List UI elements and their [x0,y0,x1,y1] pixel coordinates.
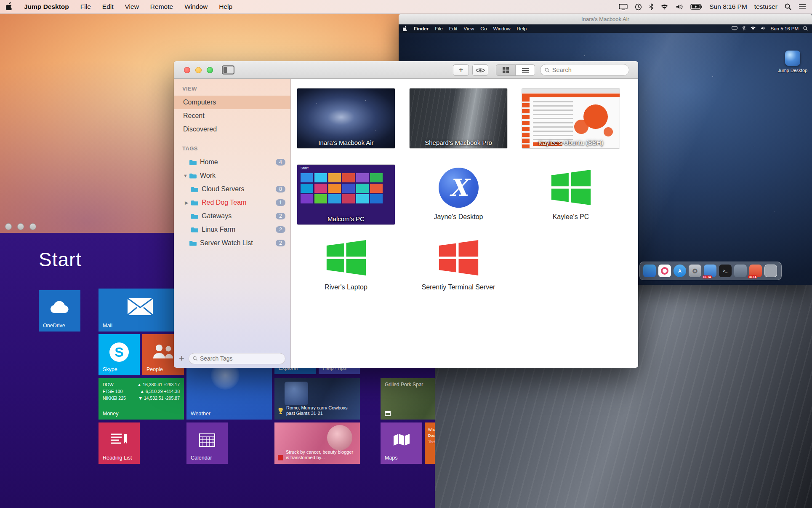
menubar-user[interactable]: testuser [754,3,777,11]
add-tag-button[interactable]: + [179,354,184,363]
sidebar-tag-gateways[interactable]: Gateways 2 [174,209,290,223]
tile-onedrive[interactable]: OneDrive [39,290,80,332]
remote-menu-window[interactable]: Window [493,26,511,31]
spotlight-icon[interactable] [785,3,791,10]
zoom-button[interactable] [207,67,213,73]
apple-menu-icon[interactable] [6,2,13,12]
time-machine-icon[interactable] [635,3,642,11]
disclosure-right-icon[interactable]: ▶ [185,200,191,206]
grid-view-button[interactable] [496,65,515,75]
search-input[interactable] [552,67,625,73]
remote-bluetooth-icon[interactable] [742,26,745,32]
disclosure-down-icon[interactable]: ▼ [183,173,189,178]
computer-tile-malcom[interactable]: Start Malcom's PC [297,164,395,225]
inactive-minimize-button[interactable] [17,223,24,230]
battery-charging-icon[interactable] [690,4,702,10]
computer-tile-kaylee-pc[interactable]: Kaylee's PC [522,165,620,221]
tile-food-drink[interactable]: Grilled Pork Spar [381,378,435,420]
dock-itunes-icon[interactable] [658,265,671,277]
sidebar-item-recent[interactable]: Recent [174,109,290,123]
sidebar-toggle-button[interactable] [222,65,234,76]
computer-tile-river[interactable]: River's Laptop [297,235,395,291]
computer-tile-kaylee-ubuntu[interactable]: Kaylee's Ubuntu (SSH) [522,88,620,149]
tile-skype[interactable]: S Skype [99,334,140,375]
tile-calendar[interactable]: Calendar [186,422,228,464]
remote-clock[interactable]: Sun 5:16 PM [771,26,799,31]
remote-menu-view[interactable]: View [464,26,474,31]
remote-menu-help[interactable]: Help [516,26,527,31]
dock-jump-desktop-beta-icon[interactable]: BETA [704,265,716,277]
computer-tile-shepard[interactable]: Shepard's Macbook Pro [409,88,508,149]
sidebar-tag-server-watch-list[interactable]: Server Watch List 2 [174,236,290,250]
remote-spotlight-icon[interactable] [803,26,808,32]
dock-utility-icon[interactable] [734,265,747,277]
menu-remote[interactable]: Remote [150,3,173,11]
volume-icon[interactable] [676,4,683,10]
dock-app-beta-icon[interactable]: BETA [749,265,762,277]
dock-terminal-icon[interactable]: >_ [719,265,732,277]
remote-jump-desktop-app-icon[interactable] [785,51,800,66]
close-button[interactable] [184,67,190,73]
remote-menu-go[interactable]: Go [480,26,487,31]
tile-caption: Romo, Murray carry Cowboys past Giants 3… [286,405,357,417]
sidebar-tag-red-dog-team[interactable]: ▶ Red Dog Team 1 [174,196,290,209]
inactive-zoom-button[interactable] [29,223,36,230]
dock-finder-icon[interactable] [643,265,656,277]
sidebar-tag-work[interactable]: ▼ Work [174,169,290,182]
remote-display-icon[interactable] [732,26,737,31]
tile-photo-news[interactable]: Struck by cancer, beauty blogger is tran… [274,422,360,464]
remote-menu-file[interactable]: File [435,26,443,31]
tag-count-badge: 2 [276,226,285,233]
menu-window[interactable]: Window [184,3,208,11]
quick-connect-eye-button[interactable] [472,64,488,76]
sidebar-tag-linux-farm[interactable]: Linux Farm 2 [174,223,290,236]
bluetooth-icon[interactable] [649,3,653,10]
inactive-close-button[interactable] [5,223,12,230]
sidebar-tag-home[interactable]: Home 4 [174,155,290,169]
tile-partial[interactable]: Wha Doct Thei [425,422,435,464]
computer-tile-jayne[interactable]: X Jayne's Desktop [409,165,508,221]
tile-money[interactable]: DOW▲ 16,380.41 +263.17 FTSE 100▲ 6,310.2… [99,378,184,420]
menubar-clock[interactable]: Sun 8:16 PM [709,3,747,11]
trophy-icon [278,408,284,416]
sidebar-item-computers[interactable]: Computers [174,96,290,109]
tag-search-field[interactable] [189,353,285,364]
tile-reading-list[interactable]: Reading List [99,422,140,464]
tile-maps[interactable]: Maps [381,422,422,464]
remote-volume-icon[interactable] [761,26,766,31]
dock-trash-icon[interactable] [764,265,777,277]
sidebar-item-discovered[interactable]: Discovered [174,123,290,136]
list-view-button[interactable] [515,65,535,75]
toolbar-search-field[interactable] [540,64,629,76]
display-mirroring-icon[interactable] [619,4,628,10]
skype-icon: S [109,342,129,362]
remote-menu-edit[interactable]: Edit [449,26,458,31]
computer-name: River's Laptop [297,283,395,291]
remote-dock[interactable]: A ⚙ BETA >_ BETA [639,262,782,280]
remote-wifi-icon[interactable] [750,26,756,31]
menu-file[interactable]: File [80,3,91,11]
remote-menu-finder[interactable]: Finder [414,26,429,31]
notification-center-icon[interactable] [799,4,806,10]
tag-search-input[interactable] [200,355,281,362]
menubar-app-name[interactable]: Jump Desktop [24,3,69,11]
remote-window-titlebar[interactable]: Inara's Macbook Air [399,14,812,24]
menu-edit[interactable]: Edit [102,3,114,11]
tile-caption: Struck by cancer, beauty blogger is tran… [286,449,357,461]
apple-menu-icon[interactable] [403,26,407,32]
wifi-icon[interactable] [660,4,668,10]
menu-view[interactable]: View [125,3,139,11]
add-computer-button[interactable]: + [453,64,469,76]
jump-window-titlebar[interactable]: + [174,61,638,79]
computer-tile-serenity[interactable]: Serentiy Terminal Server [409,235,508,291]
computer-tile-inara[interactable]: Inara's Macbook Air [297,88,395,149]
tile-label: Weather [191,411,210,417]
tile-sports-news[interactable]: Romo, Murray carry Cowboys past Giants 3… [274,378,360,420]
dock-appstore-icon[interactable]: A [674,265,686,277]
dock-system-preferences-icon[interactable]: ⚙ [689,265,701,277]
minimize-button[interactable] [195,67,202,73]
sidebar-tag-cloud-servers[interactable]: Cloud Servers 8 [174,182,290,196]
mini-tile [328,184,341,193]
tile-mail[interactable]: Mail [99,289,181,332]
menu-help[interactable]: Help [219,3,232,11]
